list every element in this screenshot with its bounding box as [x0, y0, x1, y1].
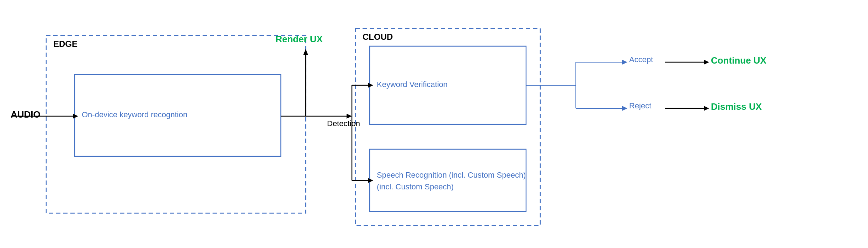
edge-box [46, 36, 306, 213]
continue-ux-arrowhead [704, 60, 709, 65]
keyword-verification-label: Keyword Verification [377, 80, 448, 89]
ondevice-to-detection-arrowhead [347, 114, 352, 119]
on-device-label: On-device keyword recogntion [82, 110, 187, 119]
edge-label: EDGE [53, 39, 77, 49]
diagram-container: AUDIO EDGE CLOUD Render UX Detection On-… [0, 0, 868, 248]
audio-arrowhead [73, 114, 78, 119]
speech-recognition-label: Speech Recognition (incl. Custom Speech)… [377, 169, 526, 193]
reject-arrowhead [622, 106, 627, 111]
dismiss-ux-arrowhead [704, 106, 709, 111]
render-ux-label: Render UX [275, 34, 323, 45]
continue-ux-label: Continue UX [711, 55, 766, 66]
to-keyword-arrowhead [368, 83, 373, 88]
reject-label: Reject [629, 101, 651, 110]
cloud-box [355, 28, 540, 226]
to-speech-arrowhead [368, 178, 373, 183]
detection-label: Detection [327, 119, 360, 128]
accept-label: Accept [629, 55, 653, 64]
render-ux-arrowhead [303, 49, 308, 55]
diagram-svg [0, 0, 868, 248]
accept-arrowhead [622, 60, 627, 65]
audio-label: AUDIO [11, 109, 41, 120]
speech-recognition-line1: Speech Recognition (incl. Custom Speech) [377, 169, 526, 181]
dismiss-ux-label: Dismiss UX [711, 101, 762, 112]
cloud-label: CLOUD [363, 32, 393, 42]
speech-recognition-line2: (incl. Custom Speech) [377, 181, 526, 193]
